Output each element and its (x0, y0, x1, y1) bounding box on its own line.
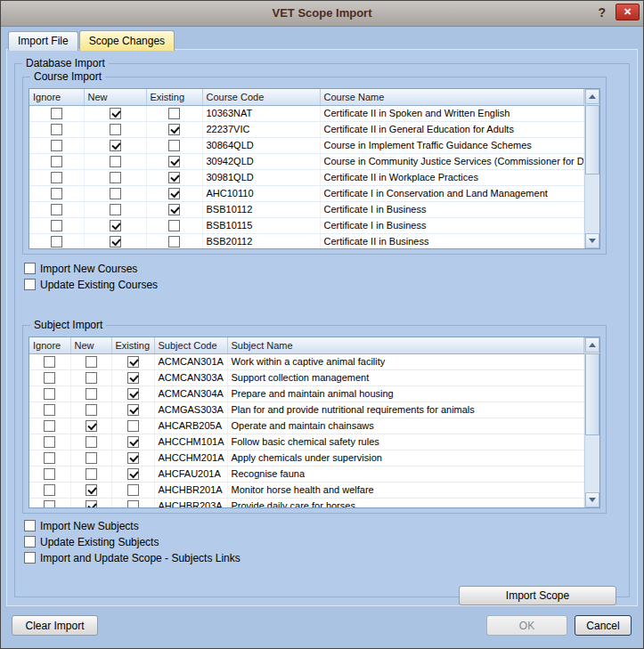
import-update-scope-links-checkbox[interactable]: Import and Update Scope - Subjects Links (24, 551, 624, 564)
ignore-checkbox[interactable] (51, 172, 62, 183)
code-cell: AHCHBR201A (154, 482, 227, 498)
new-checkbox[interactable] (110, 124, 121, 135)
ignore-checkbox[interactable] (51, 188, 62, 199)
existing-checkbox[interactable] (168, 108, 180, 119)
update-existing-courses-checkbox[interactable]: Update Existing Courses (24, 278, 624, 291)
existing-checkbox[interactable] (168, 236, 180, 247)
ignore-checkbox[interactable] (44, 436, 55, 448)
close-icon[interactable]: ✕ (615, 4, 640, 20)
col-course-code: Course Code (202, 89, 320, 105)
existing-checkbox[interactable] (168, 220, 180, 231)
ignore-checkbox[interactable] (51, 156, 62, 167)
ignore-checkbox[interactable] (44, 452, 55, 464)
scroll-down-icon[interactable] (585, 233, 599, 248)
ignore-cell (29, 418, 70, 434)
new-checkbox[interactable] (110, 220, 121, 231)
update-existing-subjects-checkbox[interactable]: Update Existing Subjects (24, 535, 624, 548)
checkbox-icon[interactable] (24, 552, 36, 564)
existing-checkbox[interactable] (127, 500, 139, 508)
existing-checkbox[interactable] (127, 356, 139, 368)
tab-scope-changes[interactable]: Scope Changes (79, 30, 175, 51)
new-cell (84, 121, 146, 137)
new-cell (70, 353, 111, 369)
new-checkbox[interactable] (110, 108, 121, 119)
existing-checkbox[interactable] (127, 436, 139, 448)
new-checkbox[interactable] (86, 372, 97, 384)
new-checkbox[interactable] (86, 500, 97, 508)
new-checkbox[interactable] (86, 404, 97, 416)
existing-checkbox[interactable] (168, 172, 180, 183)
tab-import-file[interactable]: Import File (8, 31, 78, 51)
checkbox-icon[interactable] (24, 520, 36, 531)
subject-table-scrollbar[interactable] (584, 337, 599, 507)
existing-checkbox[interactable] (168, 140, 180, 151)
ignore-checkbox[interactable] (51, 108, 62, 119)
help-icon[interactable]: ? (598, 5, 606, 20)
name-cell: Course in Community Justice Services (Co… (320, 153, 584, 169)
checkbox-icon[interactable] (24, 279, 36, 290)
existing-checkbox[interactable] (127, 420, 139, 432)
new-checkbox[interactable] (86, 436, 97, 448)
new-checkbox[interactable] (86, 452, 97, 464)
new-checkbox[interactable] (110, 172, 121, 183)
new-checkbox[interactable] (110, 188, 121, 199)
new-checkbox[interactable] (86, 468, 97, 480)
existing-checkbox[interactable] (127, 484, 139, 496)
ignore-checkbox[interactable] (51, 140, 62, 151)
ignore-checkbox[interactable] (44, 484, 55, 496)
existing-checkbox[interactable] (127, 372, 139, 384)
course-table-scrollbar[interactable] (584, 89, 599, 248)
scrollbar-thumb[interactable] (585, 353, 599, 435)
import-new-subjects-checkbox[interactable]: Import New Subjects (24, 519, 624, 532)
ignore-checkbox[interactable] (44, 356, 55, 368)
cancel-button[interactable]: Cancel (575, 615, 632, 636)
new-checkbox[interactable] (86, 484, 97, 496)
checkbox-icon[interactable] (24, 536, 36, 548)
checkbox-icon[interactable] (24, 263, 36, 274)
ignore-checkbox[interactable] (51, 236, 62, 247)
vet-scope-import-dialog: VET Scope Import ? ✕ Import File Scope C… (0, 0, 644, 649)
option-label: Update Existing Courses (40, 279, 158, 291)
new-checkbox[interactable] (110, 204, 121, 215)
import-new-courses-checkbox[interactable]: Import New Courses (24, 262, 624, 275)
new-checkbox[interactable] (86, 420, 97, 432)
scroll-up-icon[interactable] (585, 337, 599, 353)
existing-checkbox[interactable] (127, 452, 139, 464)
import-scope-button[interactable]: Import Scope (459, 586, 616, 605)
code-cell: 30981QLD (202, 169, 320, 185)
ignore-checkbox[interactable] (44, 388, 55, 400)
ignore-checkbox[interactable] (44, 372, 55, 384)
ignore-checkbox[interactable] (44, 404, 55, 416)
new-checkbox[interactable] (110, 156, 121, 167)
existing-checkbox[interactable] (168, 188, 180, 199)
ignore-checkbox[interactable] (44, 468, 55, 480)
ignore-checkbox[interactable] (51, 204, 62, 215)
existing-checkbox[interactable] (168, 124, 180, 135)
new-checkbox[interactable] (110, 140, 121, 151)
table-row: 30864QLDCourse in Implement Traffic Guid… (29, 137, 584, 153)
new-checkbox[interactable] (86, 356, 97, 368)
ignore-checkbox[interactable] (51, 124, 62, 135)
existing-cell (111, 353, 154, 369)
scroll-down-icon[interactable] (585, 492, 599, 507)
new-checkbox[interactable] (86, 388, 97, 400)
col-new: New (84, 89, 146, 105)
ignore-checkbox[interactable] (44, 500, 55, 508)
scrollbar-thumb[interactable] (585, 105, 599, 174)
existing-checkbox[interactable] (127, 388, 139, 400)
code-cell: ACMGAS303A (154, 402, 227, 418)
ignore-checkbox[interactable] (44, 420, 55, 432)
existing-checkbox[interactable] (127, 468, 139, 480)
ignore-cell (29, 233, 84, 249)
scroll-up-icon[interactable] (585, 89, 599, 104)
new-cell (84, 105, 146, 121)
existing-checkbox[interactable] (168, 204, 180, 215)
col-ignore: Ignore (29, 89, 84, 105)
new-checkbox[interactable] (110, 236, 121, 247)
ignore-checkbox[interactable] (51, 220, 62, 231)
clear-import-button[interactable]: Clear Import (12, 615, 98, 636)
existing-cell (111, 434, 154, 450)
existing-checkbox[interactable] (127, 404, 139, 416)
existing-checkbox[interactable] (168, 156, 180, 167)
code-cell: AHCCHM201A (154, 450, 227, 466)
